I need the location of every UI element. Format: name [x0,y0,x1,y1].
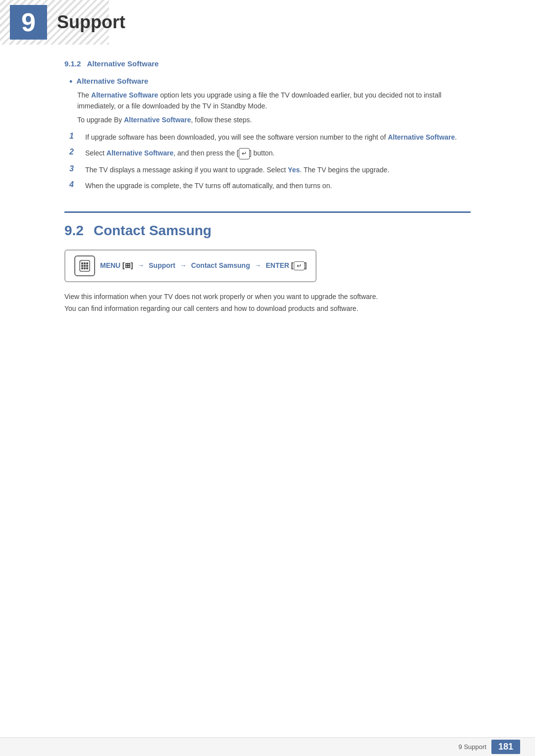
step-text-1: If upgrade software has been downloaded,… [85,132,457,143]
section-92-body-line1: View this information when your TV does … [64,291,471,303]
contact-samsung-label: Contact Samsung [191,261,250,269]
svg-point-10 [80,260,82,262]
step-3: 3 The TV displays a message asking if yo… [69,164,471,175]
bullet-dot: • [69,77,72,88]
chapter-title: Support [57,12,125,33]
section-92-title: Contact Samsung [94,223,212,239]
paragraph-1: The Alternative Software option lets you… [77,90,471,112]
section-92-heading: 9.2 Contact Samsung [64,223,471,239]
footer-page-number: 181 [491,740,520,754]
svg-rect-8 [84,267,86,269]
menu-icon [74,255,95,276]
svg-rect-4 [81,265,83,267]
bullet-label: Alternative Software [76,77,148,85]
header-bar: 9 Support [0,0,535,45]
step-4: 4 When the upgrade is complete, the TV t… [69,180,471,191]
chapter-box: 9 [10,5,47,40]
chapter-number: 9 [21,9,36,35]
enter-button-icon-2: ↵ [294,261,305,270]
main-content: 9.1.2 Alternative Software • Alternative… [0,45,535,359]
paragraph-2: To upgrade By Alternative Software, foll… [77,114,471,125]
menu-path-text: MENU [⊞] → Support → Contact Samsung → E… [100,261,307,270]
support-label: Support [149,261,175,269]
menu-path-box: MENU [⊞] → Support → Contact Samsung → E… [64,250,317,282]
svg-rect-6 [86,265,88,267]
section-912-number: 9.1.2 [64,59,81,68]
arrow-1: → [137,261,144,269]
arrow-2: → [180,261,187,269]
enter-button-icon-1: ↵ [239,148,250,159]
highlight-yes: Yes [288,166,300,174]
bullet-item: • Alternative Software The Alternative S… [69,77,471,126]
menu-grid-icon: ⊞ [125,261,131,269]
svg-rect-1 [81,262,83,264]
step-1: 1 If upgrade software has been downloade… [69,132,471,143]
bullet-row: • Alternative Software [69,77,471,88]
footer: 9 Support 181 [0,737,535,756]
step-text-3: The TV displays a message asking if you … [85,164,389,175]
step-2: 2 Select Alternative Software, and then … [69,148,471,159]
highlight-alt-sw-3: Alternative Software [388,133,455,141]
step-num-4: 4 [69,180,78,189]
section-912-title: Alternative Software [87,59,159,68]
section-92-number: 9.2 [64,223,84,239]
step-num-1: 1 [69,132,78,141]
section-912: 9.1.2 Alternative Software • Alternative… [64,59,471,192]
step-text-2: Select Alternative Software, and then pr… [85,148,274,159]
svg-rect-9 [86,267,88,269]
enter-label: ENTER [266,261,289,269]
menu-label: MENU [100,261,120,269]
svg-rect-7 [81,267,83,269]
highlight-alt-sw-4: Alternative Software [107,149,173,157]
samsung-menu-svg [78,259,91,272]
section-912-heading: 9.1.2 Alternative Software [64,59,471,68]
step-list: 1 If upgrade software has been downloade… [69,132,471,192]
step-num-2: 2 [69,148,78,156]
svg-rect-2 [84,262,86,264]
footer-label: 9 Support [459,743,486,751]
arrow-3: → [255,261,262,269]
step-num-3: 3 [69,164,78,173]
section-92: 9.2 Contact Samsung [64,211,471,315]
highlight-alt-sw-2: Alternative Software [124,116,191,124]
svg-rect-3 [86,262,88,264]
svg-rect-5 [84,265,86,267]
highlight-alt-sw-1: Alternative Software [91,91,158,99]
section-92-body-line2: You can find information regarding our c… [64,303,471,315]
step-text-4: When the upgrade is complete, the TV tur… [85,180,332,191]
